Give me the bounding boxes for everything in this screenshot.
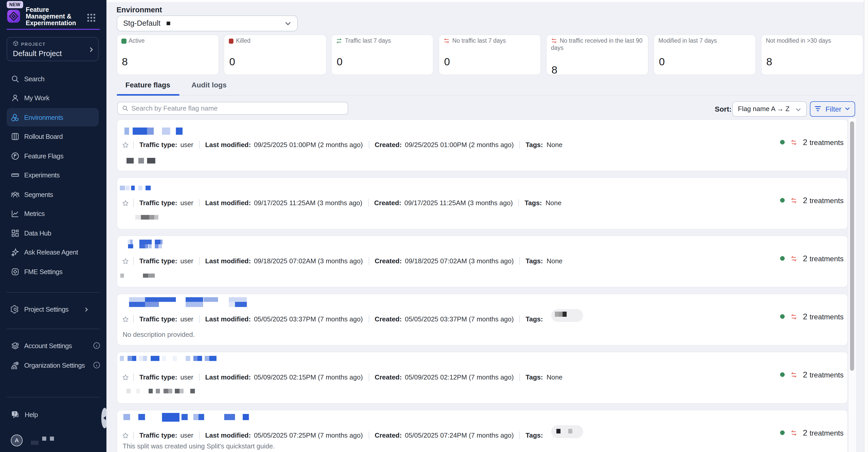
svg-text:?: ? bbox=[13, 411, 16, 415]
